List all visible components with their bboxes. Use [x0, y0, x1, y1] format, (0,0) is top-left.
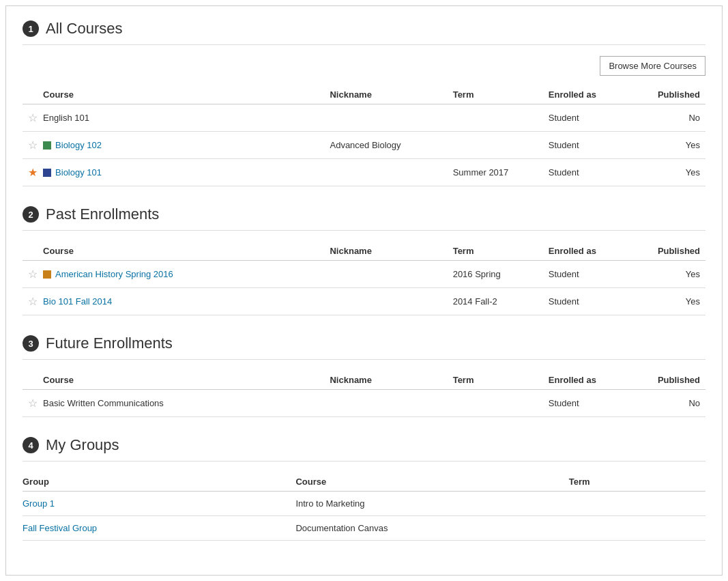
col-nickname-header-3: Nickname	[330, 371, 452, 390]
group-link[interactable]: Group 1	[23, 498, 55, 509]
nickname-cell: Advanced Biology	[330, 132, 452, 159]
browse-btn-row: Browse More Courses	[23, 56, 705, 76]
col-term-header-3: Term	[453, 371, 549, 390]
course-color-box	[43, 141, 51, 150]
col-course-header-2: Course	[43, 242, 330, 261]
col-enrolled-header-3: Enrolled as	[549, 371, 637, 390]
published-cell: Yes	[637, 132, 705, 159]
my-groups-header: 4 My Groups	[23, 436, 705, 454]
table-row: ☆Biology 102Advanced BiologyStudentYes	[23, 132, 705, 159]
col-course-header-3: Course	[43, 371, 330, 390]
future-enrollments-header: 3 Future Enrollments	[23, 335, 705, 352]
enrolled-as-cell: Student	[549, 159, 637, 186]
browse-more-courses-button[interactable]: Browse More Courses	[600, 56, 705, 76]
course-name: Basic Written Communications	[43, 398, 164, 408]
course-link[interactable]: Biology 101	[55, 167, 102, 178]
col-nickname-header-2: Nickname	[330, 242, 452, 261]
star-icon[interactable]: ☆	[28, 112, 38, 124]
course-link[interactable]: Bio 101 Fall 2014	[43, 296, 112, 307]
table-row: Fall Festival GroupDocumentation Canvas	[23, 516, 705, 541]
divider-2	[23, 230, 705, 231]
table-row: Group 1Intro to Marketing	[23, 492, 705, 516]
col-term-header-1: Term	[453, 85, 549, 104]
table-row: ☆Bio 101 Fall 20142014 Fall-2StudentYes	[23, 288, 705, 315]
nickname-cell	[330, 288, 452, 315]
all-courses-table: Course Nickname Term Enrolled as Publish…	[23, 85, 705, 186]
section-number-1: 1	[23, 20, 39, 37]
enrolled-as-cell: Student	[549, 288, 637, 315]
col-enrolled-header-1: Enrolled as	[549, 85, 637, 104]
term-cell: Summer 2017	[453, 159, 549, 186]
star-icon[interactable]: ☆	[28, 296, 38, 307]
col-group-term-header: Term	[569, 472, 705, 492]
published-cell: Yes	[637, 261, 705, 288]
published-cell: No	[637, 104, 705, 132]
page-container: 1 All Courses Browse More Courses Course…	[5, 5, 723, 576]
group-term-cell	[569, 492, 705, 516]
enrolled-as-cell: Student	[549, 104, 637, 132]
table-row: ☆Basic Written CommunicationsStudentNo	[23, 390, 705, 417]
my-groups-title: My Groups	[46, 436, 119, 454]
star-icon[interactable]: ☆	[28, 268, 38, 280]
group-link[interactable]: Fall Festival Group	[23, 523, 97, 533]
col-course-header-1: Course	[43, 85, 330, 104]
enrolled-as-cell: Student	[549, 132, 637, 159]
published-cell: Yes	[637, 159, 705, 186]
col-group-course-header: Course	[295, 472, 568, 492]
course-color-box	[43, 169, 51, 177]
past-enrollments-header: 2 Past Enrollments	[23, 206, 705, 223]
term-cell	[453, 104, 549, 132]
col-star-2	[23, 242, 43, 261]
past-enrollments-title: Past Enrollments	[46, 206, 159, 223]
all-courses-header: 1 All Courses	[23, 20, 705, 38]
col-published-header-1: Published	[637, 85, 705, 104]
star-icon[interactable]: ★	[28, 167, 38, 178]
divider-3	[23, 359, 705, 360]
col-star-1	[23, 85, 43, 104]
course-color-box	[43, 270, 51, 279]
col-term-header-2: Term	[453, 242, 549, 261]
all-courses-title: All Courses	[46, 20, 122, 38]
enrolled-as-cell: Student	[549, 261, 637, 288]
future-enrollments-table: Course Nickname Term Enrolled as Publish…	[23, 371, 705, 417]
divider-1	[23, 44, 705, 45]
col-nickname-header-1: Nickname	[330, 85, 452, 104]
col-published-header-3: Published	[637, 371, 705, 390]
group-term-cell	[569, 516, 705, 541]
section-number-2: 2	[23, 206, 39, 223]
enrolled-as-cell: Student	[549, 390, 637, 417]
table-row: ☆American History Spring 20162016 Spring…	[23, 261, 705, 288]
my-groups-table: Group Course Term Group 1Intro to Market…	[23, 472, 705, 541]
nickname-cell	[330, 390, 452, 417]
divider-4	[23, 461, 705, 462]
term-cell: 2014 Fall-2	[453, 288, 549, 315]
star-icon[interactable]: ☆	[28, 397, 38, 409]
star-icon[interactable]: ☆	[28, 139, 38, 151]
nickname-cell	[330, 261, 452, 288]
nickname-cell	[330, 159, 452, 186]
group-course-cell: Documentation Canvas	[295, 516, 568, 541]
course-link[interactable]: American History Spring 2016	[55, 269, 173, 279]
section-number-4: 4	[23, 437, 39, 453]
col-enrolled-header-2: Enrolled as	[549, 242, 637, 261]
course-link[interactable]: Biology 102	[55, 140, 102, 150]
term-cell: 2016 Spring	[453, 261, 549, 288]
group-course-cell: Intro to Marketing	[295, 492, 568, 516]
section-number-3: 3	[23, 335, 39, 352]
future-enrollments-title: Future Enrollments	[46, 335, 173, 352]
course-name: English 101	[43, 113, 89, 123]
term-cell	[453, 390, 549, 417]
nickname-cell	[330, 104, 452, 132]
col-published-header-2: Published	[637, 242, 705, 261]
col-group-header: Group	[23, 472, 295, 492]
published-cell: No	[637, 390, 705, 417]
col-star-3	[23, 371, 43, 390]
term-cell	[453, 132, 549, 159]
table-row: ★Biology 101Summer 2017StudentYes	[23, 159, 705, 186]
table-row: ☆English 101StudentNo	[23, 104, 705, 132]
past-enrollments-table: Course Nickname Term Enrolled as Publish…	[23, 242, 705, 315]
published-cell: Yes	[637, 288, 705, 315]
